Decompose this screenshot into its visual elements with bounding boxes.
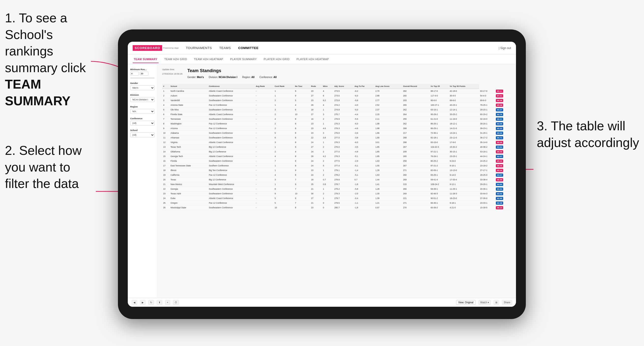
cell-17-0: 18 xyxy=(162,168,170,173)
cell-18-13: 9-14-0 xyxy=(449,173,479,177)
cell-12-13: 15-32-2 xyxy=(449,145,479,150)
cell-18-1: California xyxy=(170,173,208,177)
filter-gender-select[interactable]: Men's xyxy=(130,85,154,90)
view-original-button[interactable]: View: Original xyxy=(456,300,476,305)
cell-18-0: 19 xyxy=(162,173,170,177)
cell-14-2: Atlantic Coast Conference xyxy=(208,154,255,159)
watch-button[interactable]: Watch ▾ xyxy=(479,300,491,305)
top-nav: SCOREBOARD Powered by clippi TOURNAMENTS… xyxy=(128,42,516,54)
cell-6-12: 61-21-0 xyxy=(430,117,449,122)
cell-0-4: 1 xyxy=(274,89,294,94)
toolbar-forward[interactable]: ▶ xyxy=(140,300,146,305)
toolbar-refresh[interactable]: ↻ xyxy=(148,300,154,305)
cell-18-6: 24 xyxy=(310,173,322,177)
cell-17-6: 23 xyxy=(310,168,322,173)
sign-out-button[interactable]: | Sign out xyxy=(499,46,511,50)
cell-11-0: 12 xyxy=(162,140,170,145)
tab-team-h2h-heatmap[interactable]: TEAM H2H HEATMAP xyxy=(193,56,224,63)
filter-division-select[interactable]: NCAA Division I xyxy=(130,97,154,102)
cell-14-6: 28 xyxy=(310,154,322,159)
toolbar-share-small[interactable]: ⬆ xyxy=(157,300,162,305)
tab-player-h2h-grid[interactable]: PLAYER H2H GRID xyxy=(263,56,291,63)
table-row: 24DukeAtlantic Coast Conference-59271279… xyxy=(162,196,511,201)
instruction-3: 3. The table will adjust accordingly xyxy=(537,118,639,151)
cell-5-3: - xyxy=(255,112,274,117)
cell-9-4: 5 xyxy=(274,131,294,136)
cell-5-11: 264 xyxy=(402,112,430,117)
table-row: 7TennesseeSoutheastern Conference-481622… xyxy=(162,117,511,122)
nav-committee[interactable]: COMMITTEE xyxy=(238,45,259,51)
toolbar-add[interactable]: + xyxy=(165,300,170,305)
cell-7-0: 8 xyxy=(162,122,170,126)
cell-7-15: 83.49 xyxy=(495,122,511,126)
cell-22-15: 83.42 xyxy=(495,191,511,196)
cell-9-6: 23 xyxy=(310,131,322,136)
logo-sub: Powered by clippi xyxy=(163,47,179,49)
cell-21-10: 1.28 xyxy=(374,187,402,191)
filter-slider[interactable] xyxy=(130,78,154,79)
filter-range-from[interactable] xyxy=(130,72,139,76)
cell-3-13: 43-23-1 xyxy=(449,103,479,108)
cell-12-5: 9 xyxy=(294,145,310,150)
cell-19-0: 20 xyxy=(162,177,170,182)
cell-10-8: 277.0 xyxy=(334,136,354,140)
cell-18-8: 278.2 xyxy=(334,173,354,177)
cell-24-15: 82.38 xyxy=(495,201,511,205)
cell-14-14: 44-24-1 xyxy=(479,154,495,159)
filter-conference-select[interactable]: (All) xyxy=(130,121,154,126)
tab-player-h2h-heatmap[interactable]: PLAYER H2H HEATMAP xyxy=(296,56,330,63)
tab-player-summary[interactable]: PLAYER SUMMARY xyxy=(229,56,258,63)
cell-16-13: 9-10-1 xyxy=(449,164,479,168)
col-wins: Wins xyxy=(322,84,334,89)
cell-18-4: 4 xyxy=(274,173,294,177)
cell-15-8: 277.5 xyxy=(334,159,354,164)
cell-15-12: 80-25-2 xyxy=(430,159,449,164)
tab-team-summary[interactable]: TEAM SUMMARY xyxy=(133,56,158,63)
cell-21-5: 7 xyxy=(294,187,310,191)
cell-23-3: - xyxy=(255,196,274,201)
filter-school-select[interactable]: (All) xyxy=(130,133,154,137)
nav-teams[interactable]: TEAMS xyxy=(219,45,231,51)
cell-0-14: 63-17-0 xyxy=(479,89,495,94)
cell-14-12: 76-26-1 xyxy=(430,154,449,159)
cell-15-5: 9 xyxy=(294,159,310,164)
cell-14-7: 4.2 xyxy=(322,154,334,159)
cell-19-10: 1.44 xyxy=(374,177,402,182)
toolbar-clock[interactable]: ⏱ xyxy=(173,300,179,305)
cell-9-11: 217 xyxy=(402,131,430,136)
cell-15-13: 9-24-0 xyxy=(449,159,479,164)
content-area: Update time: 27/03/2024 16:56:26 Team St… xyxy=(157,64,516,298)
cell-7-10: 1.98 xyxy=(374,122,402,126)
tab-team-h2h-grid[interactable]: TEAM H2H GRID xyxy=(164,56,188,63)
toolbar-layout[interactable]: ⊞ xyxy=(494,300,499,305)
filter-region-select[interactable]: N/A xyxy=(130,109,154,114)
cell-12-9: -3.5 xyxy=(354,145,374,150)
cell-1-8: 273.6 xyxy=(334,94,354,98)
cell-5-13: 33-25-2 xyxy=(449,112,479,117)
cell-16-0: 17 xyxy=(162,164,170,168)
toolbar-back[interactable]: ◀ xyxy=(132,300,137,305)
cell-11-1: Virginia xyxy=(170,140,208,145)
cell-1-7: 6 xyxy=(322,94,334,98)
cell-17-5: 9 xyxy=(294,168,310,173)
cell-23-11: 221 xyxy=(402,196,430,201)
cell-5-12: 95-29-2 xyxy=(430,112,449,117)
cell-5-7: 3 xyxy=(322,112,334,117)
share-button[interactable]: Share xyxy=(502,300,512,305)
filter-division-label: Division xyxy=(130,94,154,96)
cell-12-15: 83.94 xyxy=(495,145,511,150)
col-avg-rank: Avg Rank xyxy=(255,84,274,89)
cell-20-2: Mountain West Conference xyxy=(208,182,255,187)
cell-25-6: 23 xyxy=(310,205,322,210)
cell-25-13: 4-21-0 xyxy=(449,205,479,210)
nav-items: TOURNAMENTS TEAMS COMMITTEE xyxy=(186,45,499,51)
cell-14-1: Georgia Tech xyxy=(170,154,208,159)
cell-14-8: 276.3 xyxy=(334,154,354,159)
cell-19-3: - xyxy=(255,177,274,182)
cell-4-0: 5 xyxy=(162,108,170,112)
nav-tournaments[interactable]: TOURNAMENTS xyxy=(186,45,212,51)
cell-10-12: 82-18-1 xyxy=(430,136,449,140)
filter-range-to[interactable] xyxy=(140,72,148,76)
filter-display-row: Gender: Men's Division: NCAA Division I … xyxy=(188,76,277,79)
cell-3-9: -4.0 xyxy=(354,103,374,108)
